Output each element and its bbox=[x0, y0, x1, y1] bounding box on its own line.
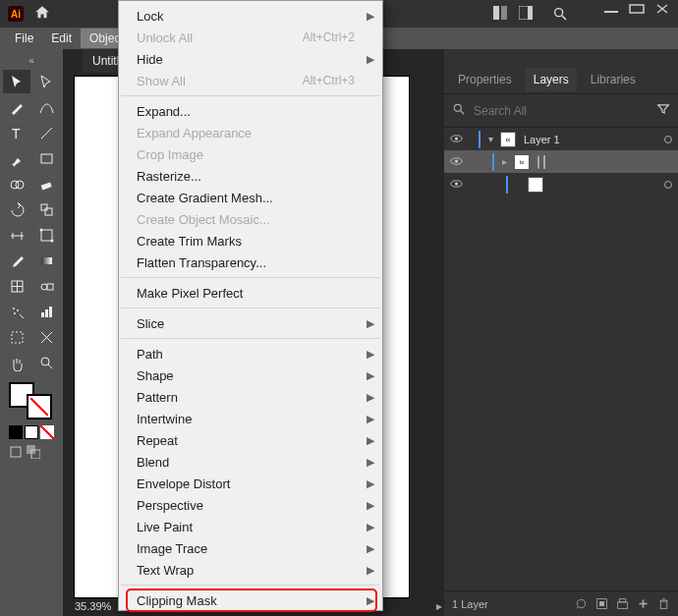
maximize-icon[interactable] bbox=[627, 2, 647, 16]
layers-search-input[interactable] bbox=[474, 104, 649, 118]
blend-tool[interactable] bbox=[32, 274, 60, 298]
swatch-none[interactable] bbox=[40, 425, 54, 439]
delete-layer-icon[interactable] bbox=[657, 597, 670, 610]
tools-panel: « T bbox=[0, 49, 63, 616]
locate-object-icon[interactable] bbox=[575, 597, 588, 610]
slice-tool[interactable] bbox=[32, 325, 60, 349]
scroll-right-icon[interactable]: ▸ bbox=[436, 599, 442, 613]
hand-tool[interactable] bbox=[3, 351, 30, 374]
swatch-white[interactable] bbox=[25, 425, 38, 439]
filter-icon[interactable] bbox=[656, 102, 670, 119]
menu-item-perspective[interactable]: Perspective▶ bbox=[119, 494, 382, 516]
menu-item-clipping-mask[interactable]: Clipping Mask▶ bbox=[119, 589, 382, 611]
close-icon[interactable] bbox=[652, 2, 672, 16]
menu-item-live-paint[interactable]: Live Paint▶ bbox=[119, 516, 382, 537]
direct-selection-tool[interactable] bbox=[32, 70, 60, 93]
color-swatches[interactable] bbox=[9, 382, 54, 459]
eraser-tool[interactable] bbox=[32, 172, 60, 196]
menu-item-pattern[interactable]: Pattern▶ bbox=[119, 386, 382, 408]
swatch-black[interactable] bbox=[9, 425, 23, 439]
menu-edit[interactable]: Edit bbox=[42, 28, 81, 48]
svg-rect-18 bbox=[41, 230, 52, 241]
panel-tab-properties[interactable]: Properties bbox=[450, 68, 520, 91]
zoom-level[interactable]: 35.39% bbox=[75, 600, 111, 612]
menu-item-rasterize[interactable]: Rasterize... bbox=[119, 165, 382, 187]
target-icon[interactable] bbox=[664, 181, 672, 189]
new-layer-icon[interactable] bbox=[637, 597, 650, 610]
draw-behind-icon[interactable] bbox=[27, 445, 40, 459]
object-menu[interactable]: Lock▶Unlock AllAlt+Ctrl+2Hide▶Show AllAl… bbox=[118, 0, 383, 611]
type-tool[interactable]: T bbox=[3, 121, 30, 144]
selection-tool[interactable] bbox=[3, 70, 30, 93]
menu-item-hide[interactable]: Hide▶ bbox=[119, 48, 382, 70]
svg-rect-32 bbox=[49, 307, 52, 317]
artboard-tool[interactable] bbox=[3, 325, 30, 349]
symbol-sprayer-tool[interactable] bbox=[3, 300, 30, 323]
draw-normal-icon[interactable] bbox=[9, 445, 23, 459]
svg-text:T: T bbox=[12, 126, 21, 141]
menu-item-create-gradient-mesh[interactable]: Create Gradient Mesh... bbox=[119, 187, 382, 208]
paintbrush-tool[interactable] bbox=[3, 146, 30, 170]
stroke-swatch[interactable] bbox=[27, 394, 52, 420]
menu-item-flatten-transparency[interactable]: Flatten Transparency... bbox=[119, 252, 382, 273]
eyedropper-tool[interactable] bbox=[3, 249, 30, 272]
gradient-tool[interactable] bbox=[32, 249, 60, 272]
rotate-tool[interactable] bbox=[3, 197, 30, 221]
search-icon[interactable] bbox=[552, 6, 568, 25]
layer-row[interactable]: ▾txLayer 1 bbox=[444, 128, 678, 150]
twirl-icon[interactable]: ▾ bbox=[484, 134, 496, 144]
visibility-icon[interactable] bbox=[450, 179, 463, 191]
menu-item-make-pixel-perfect[interactable]: Make Pixel Perfect bbox=[119, 282, 382, 304]
width-tool[interactable] bbox=[3, 223, 30, 247]
svg-rect-15 bbox=[40, 182, 51, 190]
zoom-tool[interactable] bbox=[32, 351, 60, 374]
menu-item-expand[interactable]: Expand... bbox=[119, 100, 382, 122]
layers-panel-footer: 1 Layer bbox=[444, 590, 678, 616]
pen-tool[interactable] bbox=[3, 95, 30, 119]
svg-rect-5 bbox=[528, 6, 533, 20]
layer-thumbnail bbox=[528, 177, 543, 193]
free-transform-tool[interactable] bbox=[32, 223, 60, 247]
visibility-icon[interactable] bbox=[450, 156, 463, 168]
tools-expander-icon[interactable]: « bbox=[0, 55, 63, 70]
layer-row[interactable] bbox=[444, 173, 678, 196]
menu-item-lock[interactable]: Lock▶ bbox=[119, 5, 382, 27]
make-clipping-mask-icon[interactable] bbox=[595, 597, 608, 610]
line-tool[interactable] bbox=[32, 121, 60, 144]
menu-item-intertwine[interactable]: Intertwine▶ bbox=[119, 408, 382, 429]
svg-point-46 bbox=[455, 182, 458, 185]
rectangle-tool[interactable] bbox=[32, 146, 60, 170]
menu-item-shape[interactable]: Shape▶ bbox=[119, 364, 382, 386]
new-sublayer-icon[interactable] bbox=[616, 597, 629, 610]
menu-item-image-trace[interactable]: Image Trace▶ bbox=[119, 537, 382, 559]
menu-item-blend[interactable]: Blend▶ bbox=[119, 451, 382, 473]
menu-item-create-object-mosaic: Create Object Mosaic... bbox=[119, 208, 382, 230]
panel-tabs[interactable]: PropertiesLayersLibraries bbox=[444, 65, 678, 94]
menu-item-path[interactable]: Path▶ bbox=[119, 343, 382, 364]
svg-point-42 bbox=[455, 137, 458, 140]
svg-rect-31 bbox=[45, 309, 48, 317]
shape-builder-tool[interactable] bbox=[3, 172, 30, 196]
column-graph-tool[interactable] bbox=[32, 300, 60, 323]
curvature-tool[interactable] bbox=[32, 95, 60, 119]
twirl-icon[interactable]: ▸ bbox=[498, 156, 510, 167]
workspace-switcher[interactable] bbox=[493, 6, 533, 20]
menu-item-text-wrap[interactable]: Text Wrap▶ bbox=[119, 559, 382, 581]
panel-tab-layers[interactable]: Layers bbox=[526, 68, 577, 91]
menu-file[interactable]: File bbox=[6, 28, 42, 48]
target-icon[interactable] bbox=[664, 136, 672, 143]
menu-item-slice[interactable]: Slice▶ bbox=[119, 312, 382, 334]
panel-tab-libraries[interactable]: Libraries bbox=[583, 68, 644, 91]
target-icon[interactable] bbox=[537, 155, 539, 169]
menu-item-envelope-distort[interactable]: Envelope Distort▶ bbox=[119, 473, 382, 494]
svg-rect-51 bbox=[618, 602, 628, 609]
svg-point-14 bbox=[16, 181, 24, 189]
layer-row[interactable]: ▸tx bbox=[444, 150, 678, 173]
home-icon[interactable] bbox=[33, 4, 51, 25]
minimize-icon[interactable] bbox=[601, 2, 621, 16]
menu-item-repeat[interactable]: Repeat▶ bbox=[119, 429, 382, 451]
menu-item-create-trim-marks[interactable]: Create Trim Marks bbox=[119, 230, 382, 252]
visibility-icon[interactable] bbox=[450, 134, 463, 145]
mesh-tool[interactable] bbox=[3, 274, 30, 298]
scale-tool[interactable] bbox=[32, 197, 60, 221]
